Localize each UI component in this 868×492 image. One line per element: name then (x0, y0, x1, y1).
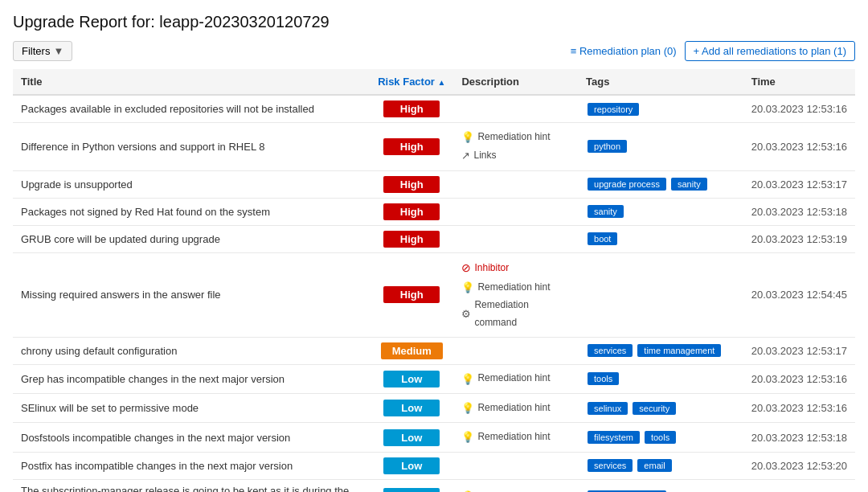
desc-item: 💡 Remediation hint (461, 399, 570, 417)
table-row: Missing required answers in the answer f… (13, 252, 855, 337)
table-row: SElinux will be set to permissive modeLo… (13, 393, 855, 422)
risk-badge: High (383, 286, 440, 303)
cell-title: Postfix has incompatible changes in the … (13, 452, 370, 479)
cell-time: 20.03.2023 12:53:16 (743, 95, 855, 123)
cell-title: Packages not signed by Red Hat found on … (13, 198, 370, 225)
cell-risk: Low (370, 423, 453, 452)
tag-badge[interactable]: python (588, 140, 627, 153)
tag-badge[interactable]: repository (588, 103, 639, 116)
col-title: Title (13, 69, 370, 95)
cell-description (453, 170, 578, 198)
cell-risk: High (370, 252, 453, 337)
cell-risk: High (370, 170, 453, 198)
toolbar-right: ≡ Remediation plan (0) + Add all remedia… (571, 41, 855, 61)
sort-icon: ▲ (438, 78, 446, 87)
cmd-icon: ⚙ (461, 305, 471, 323)
cell-tags: tools (578, 364, 743, 393)
desc-item: 💡 Remediation hint (461, 128, 570, 146)
desc-item: 💡 Remediation hint (461, 278, 570, 297)
cell-title: Difference in Python versions and suppor… (13, 123, 370, 171)
risk-badge: Low (383, 429, 440, 446)
cell-time: 20.03.2023 12:53:18 (743, 423, 855, 452)
tag-badge[interactable]: email (637, 459, 671, 472)
cell-tags: servicesemail (578, 452, 743, 479)
risk-badge: Low (383, 457, 440, 474)
tag-badge[interactable]: services (588, 459, 633, 472)
col-tags: Tags (578, 69, 743, 95)
risk-badge: Low (383, 488, 440, 492)
cell-tags: upgrade process (578, 479, 743, 492)
cell-risk: Low (370, 479, 453, 492)
tag-badge[interactable]: sanity (588, 205, 624, 218)
table-row: Postfix has incompatible changes in the … (13, 452, 855, 479)
risk-badge: High (383, 138, 440, 155)
cell-title: Packages available in excluded repositor… (13, 95, 370, 123)
table-row: Dosfstools incompatible changes in the n… (13, 423, 855, 452)
cell-title: Upgrade is unsupported (13, 170, 370, 198)
tag-badge[interactable]: time management (637, 344, 721, 357)
tag-badge[interactable]: selinux (588, 402, 628, 415)
cell-risk: Low (370, 393, 453, 422)
risk-badge: Low (383, 400, 440, 416)
remediation-plan-label: ≡ Remediation plan (0) (571, 45, 677, 57)
cell-risk: Low (370, 364, 453, 393)
cell-time: 20.03.2023 12:53:16 (743, 364, 855, 393)
page-container: Upgrade Report for: leapp-20230320120729… (0, 0, 868, 492)
desc-item[interactable]: ↗ Links (461, 146, 570, 165)
cell-time: 20.03.2023 12:53:17 (743, 337, 855, 364)
table-row: Packages available in excluded repositor… (13, 95, 855, 123)
remediation-plan-link[interactable]: ≡ Remediation plan (0) (571, 45, 677, 57)
cell-tags: upgrade processsanity (578, 170, 743, 198)
filters-button[interactable]: Filters ▼ (13, 41, 72, 61)
tag-badge[interactable]: sanity (671, 178, 707, 191)
tag-badge[interactable]: tools (588, 372, 619, 385)
cell-description (453, 198, 578, 225)
cell-description: 💡 Remediation hint (453, 364, 578, 393)
table-row: Packages not signed by Red Hat found on … (13, 198, 855, 225)
cell-description: 💡 Remediation hint (453, 393, 578, 422)
tag-badge[interactable]: services (588, 344, 633, 357)
risk-badge: High (383, 176, 440, 193)
cell-risk: Low (370, 452, 453, 479)
filters-label: Filters (22, 45, 50, 57)
cell-title: GRUB core will be updated during upgrade (13, 225, 370, 252)
risk-badge: High (383, 231, 440, 248)
bulb-icon: 💡 (461, 428, 474, 446)
cell-title: Dosfstools incompatible changes in the n… (13, 423, 370, 452)
tag-badge[interactable]: upgrade process (588, 178, 666, 191)
cell-title: Grep has incompatible changes in the nex… (13, 364, 370, 393)
table-row: The subscription-manager release is goin… (13, 479, 855, 492)
cell-tags: python (578, 123, 743, 171)
tag-badge[interactable]: filesystem (588, 431, 640, 444)
cell-tags: servicestime management (578, 337, 743, 364)
cell-time: 20.03.2023 12:53:17 (743, 170, 855, 198)
desc-item: ⚙ Remediation command (461, 297, 570, 331)
bulb-icon: 💡 (461, 128, 474, 146)
desc-item: 💡 Remediation hint (461, 370, 570, 388)
desc-item: 💡 Remediation hint (461, 428, 570, 446)
table-row: Grep has incompatible changes in the nex… (13, 364, 855, 393)
table-row: Difference in Python versions and suppor… (13, 123, 855, 171)
tag-badge[interactable]: boot (588, 232, 617, 245)
bulb-icon: 💡 (461, 487, 474, 492)
table-row: GRUB core will be updated during upgrade… (13, 225, 855, 252)
cell-description (453, 452, 578, 479)
cell-description (453, 95, 578, 123)
table-header-row: Title Risk Factor ▲ Description Tags Tim… (13, 69, 855, 95)
cell-title: The subscription-manager release is goin… (13, 479, 370, 492)
cell-time: 20.03.2023 12:53:20 (743, 452, 855, 479)
col-risk-factor[interactable]: Risk Factor ▲ (370, 69, 453, 95)
tag-badge[interactable]: tools (645, 431, 676, 444)
cell-risk: High (370, 225, 453, 252)
cell-time: 20.03.2023 12:53:16 (743, 123, 855, 171)
cell-tags (578, 252, 743, 337)
table-row: Upgrade is unsupportedHighupgrade proces… (13, 170, 855, 198)
add-remediations-button[interactable]: + Add all remediations to plan (1) (685, 41, 855, 61)
cell-description (453, 337, 578, 364)
cell-description: 💡 Remediation hint (453, 479, 578, 492)
cell-time: 20.03.2023 12:53:19 (743, 225, 855, 252)
cell-risk: High (370, 123, 453, 171)
tag-badge[interactable]: security (633, 402, 676, 415)
risk-badge: High (383, 203, 440, 220)
bulb-icon: 💡 (461, 370, 474, 388)
